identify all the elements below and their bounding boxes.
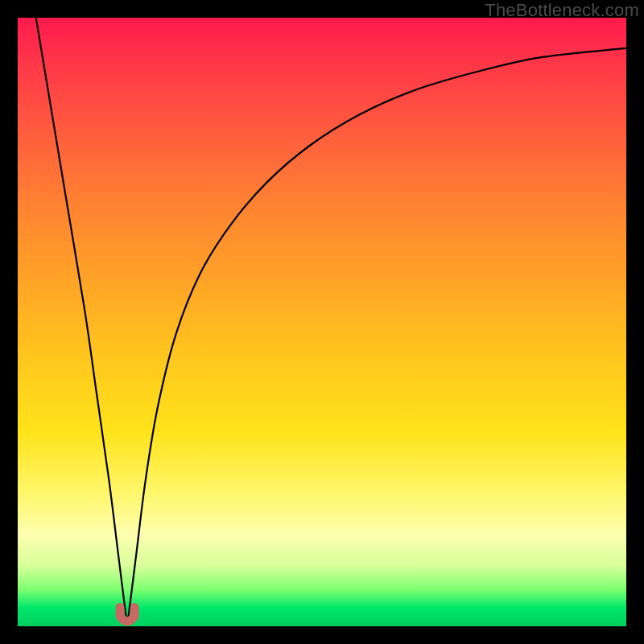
bottleneck-curve [18, 18, 626, 626]
curve-path [36, 18, 626, 620]
chart-frame: TheBottleneck.com [0, 0, 644, 644]
watermark-text: TheBottleneck.com [485, 0, 639, 21]
minimum-marker-icon [120, 607, 134, 621]
